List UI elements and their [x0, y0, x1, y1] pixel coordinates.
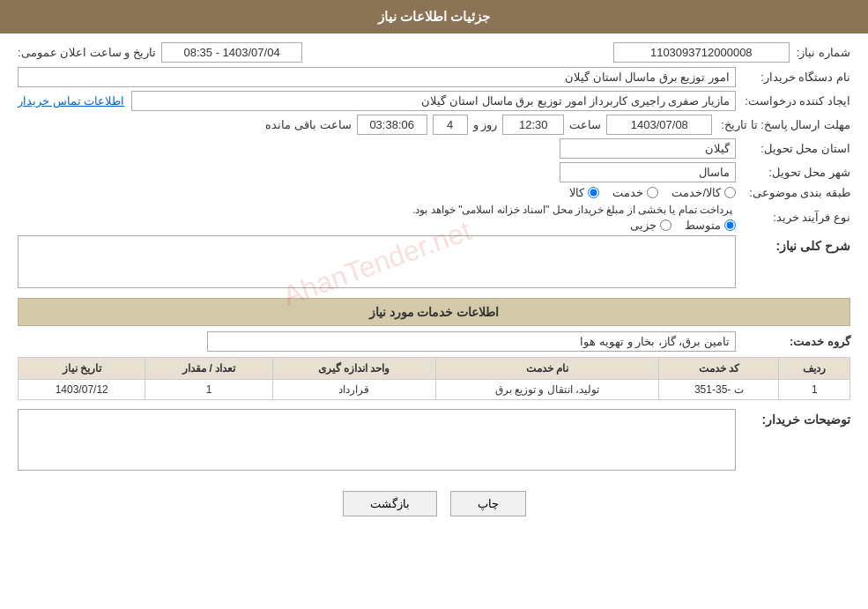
- col-header-unit: واحد اندازه گیری: [272, 358, 435, 380]
- need-description-textarea[interactable]: [18, 235, 736, 288]
- services-table-header-row: ردیف کد خدمت نام خدمت واحد اندازه گیری ت…: [19, 358, 850, 380]
- service-group-label: گروه خدمت:: [736, 335, 850, 348]
- buyer-notes-value-wrap: [18, 409, 736, 473]
- service-group-value: تامین برق، گاز، بخار و تهویه هوا: [207, 331, 736, 352]
- need-description-label: شرح کلی نیاز:: [736, 235, 850, 253]
- category-label-kala: کالا: [569, 186, 584, 199]
- process-label: نوع فرآیند خرید:: [736, 211, 850, 224]
- category-row: طبقه بندی موضوعی: کالا/خدمت خدمت کالا: [18, 186, 850, 199]
- deadline-days-label: روز و: [473, 118, 498, 131]
- province-label: استان محل تحویل:: [736, 142, 850, 155]
- announce-value: 1403/07/04 - 08:35: [161, 42, 302, 63]
- creator-value-wrap: مازیار صفری راجیری کاربرداز امور توزیع ب…: [18, 91, 736, 111]
- city-value: ماسال: [560, 162, 736, 182]
- deadline-time-value: 12:30: [502, 115, 564, 135]
- process-option-jozyi[interactable]: جزیی: [630, 219, 671, 232]
- buyer-org-value: امور توزیع برق ماسال استان گیلان: [18, 67, 736, 87]
- services-table-body: 1 ت -35-351 تولید، انتقال و توزیع برق قر…: [19, 380, 850, 400]
- category-options: کالا/خدمت خدمت کالا: [18, 186, 736, 199]
- announce-group: 1403/07/04 - 08:35 تاریخ و ساعت اعلان عم…: [18, 42, 302, 63]
- process-radio-jozyi[interactable]: [660, 219, 671, 231]
- back-button[interactable]: بازگشت: [343, 491, 437, 516]
- creator-value: مازیار صفری راجیری کاربرداز امور توزیع ب…: [131, 91, 736, 111]
- deadline-remaining-value: 03:38:06: [357, 115, 427, 135]
- services-table-head: ردیف کد خدمت نام خدمت واحد اندازه گیری ت…: [19, 358, 850, 380]
- service-group-value-wrap: تامین برق، گاز، بخار و تهویه هوا: [18, 331, 736, 352]
- deadline-value-wrap: 1403/07/08 ساعت 12:30 روز و 4 03:38:06 س…: [18, 115, 712, 135]
- province-row: استان محل تحویل: گیلان: [18, 138, 850, 159]
- buyer-notes-textarea[interactable]: [18, 409, 736, 471]
- cell-code-1: ت -35-351: [659, 380, 779, 400]
- buyer-org-row: نام دستگاه خریدار: امور توزیع برق ماسال …: [18, 67, 850, 87]
- city-value-wrap: ماسال: [18, 162, 736, 182]
- category-label-khedmat: خدمت: [612, 186, 643, 199]
- announce-label: تاریخ و ساعت اعلان عمومی:: [18, 46, 156, 59]
- buyer-notes-row: توضیحات خریدار:: [18, 409, 850, 473]
- top-info-row: شماره نیاز: 1103093712000008 1403/07/04 …: [18, 42, 850, 63]
- col-header-row: ردیف: [779, 358, 850, 380]
- creator-label: ایجاد کننده درخواست:: [736, 94, 850, 108]
- process-option-mutawaset[interactable]: متوسط: [685, 219, 736, 232]
- need-number-label: شماره نیاز:: [797, 46, 850, 59]
- category-option-kala-khedmat[interactable]: کالا/خدمت: [671, 186, 736, 199]
- need-number-value: 1103093712000008: [613, 42, 790, 63]
- process-radio-mutawaset[interactable]: [724, 219, 736, 231]
- deadline-row: مهلت ارسال پاسخ: تا تاریخ: 1403/07/08 سا…: [18, 115, 850, 135]
- city-label: شهر محل تحویل:: [736, 166, 850, 179]
- print-button[interactable]: چاپ: [450, 491, 526, 516]
- process-row: نوع فرآیند خرید: پرداخت تمام یا بخشی از …: [18, 203, 850, 232]
- page-header: جزئیات اطلاعات نیاز: [0, 0, 868, 33]
- category-radio-kala[interactable]: [588, 187, 599, 198]
- services-table: ردیف کد خدمت نام خدمت واحد اندازه گیری ت…: [18, 357, 850, 400]
- action-buttons: بازگشت چاپ: [18, 491, 850, 516]
- need-number-group: شماره نیاز: 1103093712000008: [613, 42, 850, 63]
- col-header-code: کد خدمت: [659, 358, 779, 380]
- deadline-date: 1403/07/08: [606, 115, 712, 135]
- process-notice: پرداخت تمام یا بخشی از مبلغ خریداز محل "…: [412, 204, 732, 216]
- cell-name-1: تولید، انتقال و توزیع برق: [435, 380, 659, 400]
- col-header-name: نام خدمت: [435, 358, 659, 380]
- creator-link[interactable]: اطلاعات تماس خریدار: [18, 94, 124, 108]
- creator-row: ایجاد کننده درخواست: مازیار صفری راجیری …: [18, 91, 850, 111]
- deadline-remaining-label: ساعت باقی مانده: [265, 118, 351, 131]
- table-row: 1 ت -35-351 تولید، انتقال و توزیع برق قر…: [19, 380, 850, 400]
- need-description-value-wrap: AhanTender.net: [18, 235, 736, 291]
- process-label-jozyi: جزیی: [630, 219, 657, 232]
- cell-unit-1: قرارداد: [272, 380, 435, 400]
- category-option-kala[interactable]: کالا: [569, 186, 599, 199]
- services-section-header: اطلاعات خدمات مورد نیاز: [18, 298, 850, 326]
- buyer-org-value-wrap: امور توزیع برق ماسال استان گیلان: [18, 67, 736, 87]
- category-label-kala-khedmat: کالا/خدمت: [671, 186, 721, 199]
- cell-quantity-1: 1: [145, 380, 272, 400]
- city-row: شهر محل تحویل: ماسال: [18, 162, 850, 182]
- process-options-wrap: پرداخت تمام یا بخشی از مبلغ خریداز محل "…: [18, 203, 736, 232]
- category-radio-khedmat[interactable]: [647, 187, 658, 198]
- buyer-org-label: نام دستگاه خریدار:: [736, 71, 850, 84]
- deadline-days-value: 4: [433, 115, 468, 135]
- service-group-row: گروه خدمت: تامین برق، گاز، بخار و تهویه …: [18, 331, 850, 352]
- process-label-mutawaset: متوسط: [685, 219, 721, 232]
- province-value-wrap: گیلان: [18, 138, 736, 159]
- col-header-date: تاریخ نیاز: [19, 358, 145, 380]
- category-label: طبقه بندی موضوعی:: [736, 186, 850, 199]
- col-header-quantity: تعداد / مقدار: [145, 358, 272, 380]
- category-radio-kala-khedmat[interactable]: [724, 187, 736, 198]
- buyer-notes-label: توضیحات خریدار:: [736, 409, 850, 427]
- deadline-time-label: ساعت: [569, 118, 601, 131]
- deadline-label: مهلت ارسال پاسخ: تا تاریخ:: [712, 118, 850, 131]
- province-value: گیلان: [560, 138, 736, 159]
- page-title: جزئیات اطلاعات نیاز: [378, 9, 490, 24]
- cell-row-1: 1: [779, 380, 850, 400]
- need-description-row: شرح کلی نیاز: AhanTender.net: [18, 235, 850, 291]
- cell-date-1: 1403/07/12: [19, 380, 145, 400]
- category-option-khedmat[interactable]: خدمت: [612, 186, 658, 199]
